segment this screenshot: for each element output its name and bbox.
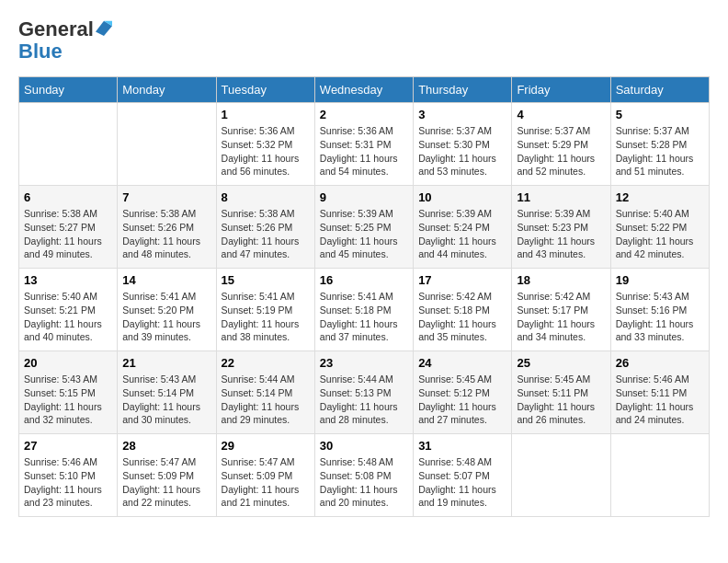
calendar-cell: 26Sunrise: 5:46 AM Sunset: 5:11 PM Dayli… (610, 351, 709, 434)
day-info: Sunrise: 5:46 AM Sunset: 5:11 PM Dayligh… (616, 373, 704, 427)
day-info: Sunrise: 5:45 AM Sunset: 5:12 PM Dayligh… (418, 373, 506, 427)
day-info: Sunrise: 5:38 AM Sunset: 5:26 PM Dayligh… (122, 207, 210, 261)
day-number: 24 (418, 356, 506, 370)
calendar-cell: 2Sunrise: 5:36 AM Sunset: 5:31 PM Daylig… (314, 103, 413, 186)
weekday-header-thursday: Thursday (414, 77, 512, 103)
day-number: 8 (222, 190, 310, 204)
calendar-cell: 29Sunrise: 5:47 AM Sunset: 5:09 PM Dayli… (216, 434, 314, 517)
day-info: Sunrise: 5:38 AM Sunset: 5:26 PM Dayligh… (222, 207, 310, 261)
day-number: 16 (320, 273, 408, 287)
day-number: 21 (122, 356, 210, 370)
calendar-cell: 18Sunrise: 5:42 AM Sunset: 5:17 PM Dayli… (512, 269, 610, 351)
day-number: 6 (24, 190, 112, 204)
calendar-week-1: 6Sunrise: 5:38 AM Sunset: 5:27 PM Daylig… (19, 186, 710, 269)
day-info: Sunrise: 5:40 AM Sunset: 5:22 PM Dayligh… (616, 207, 704, 261)
logo-icon (96, 19, 112, 36)
calendar-cell: 13Sunrise: 5:40 AM Sunset: 5:21 PM Dayli… (19, 269, 118, 351)
day-number: 11 (517, 190, 605, 204)
day-number: 23 (320, 356, 408, 370)
calendar-cell: 17Sunrise: 5:42 AM Sunset: 5:18 PM Dayli… (414, 269, 512, 351)
day-info: Sunrise: 5:41 AM Sunset: 5:20 PM Dayligh… (122, 290, 210, 344)
calendar-cell: 19Sunrise: 5:43 AM Sunset: 5:16 PM Dayli… (610, 269, 709, 351)
day-number: 2 (320, 108, 408, 121)
calendar-cell: 23Sunrise: 5:44 AM Sunset: 5:13 PM Dayli… (314, 351, 413, 434)
calendar-cell: 21Sunrise: 5:43 AM Sunset: 5:14 PM Dayli… (118, 351, 216, 434)
day-number: 12 (616, 190, 704, 204)
page-header: General Blue (18, 18, 710, 63)
day-info: Sunrise: 5:48 AM Sunset: 5:08 PM Dayligh… (320, 455, 408, 510)
day-number: 3 (418, 108, 506, 121)
calendar-cell: 1Sunrise: 5:36 AM Sunset: 5:32 PM Daylig… (216, 103, 314, 186)
day-info: Sunrise: 5:45 AM Sunset: 5:11 PM Dayligh… (517, 373, 605, 427)
day-number: 4 (517, 108, 605, 121)
day-number: 17 (418, 273, 506, 287)
calendar-cell: 24Sunrise: 5:45 AM Sunset: 5:12 PM Dayli… (414, 351, 512, 434)
logo-text-general: General (18, 18, 94, 40)
day-info: Sunrise: 5:39 AM Sunset: 5:25 PM Dayligh… (320, 207, 408, 261)
day-info: Sunrise: 5:38 AM Sunset: 5:27 PM Dayligh… (24, 207, 112, 261)
day-info: Sunrise: 5:43 AM Sunset: 5:14 PM Dayligh… (122, 373, 210, 427)
day-number: 28 (122, 439, 210, 453)
calendar-cell: 9Sunrise: 5:39 AM Sunset: 5:25 PM Daylig… (314, 186, 413, 269)
day-info: Sunrise: 5:37 AM Sunset: 5:28 PM Dayligh… (616, 124, 704, 178)
day-info: Sunrise: 5:39 AM Sunset: 5:23 PM Dayligh… (517, 207, 605, 261)
day-info: Sunrise: 5:48 AM Sunset: 5:07 PM Dayligh… (418, 455, 506, 510)
calendar-header-row: SundayMondayTuesdayWednesdayThursdayFrid… (19, 77, 710, 103)
day-number: 26 (616, 356, 704, 370)
day-info: Sunrise: 5:43 AM Sunset: 5:15 PM Dayligh… (24, 373, 112, 427)
calendar-cell: 8Sunrise: 5:38 AM Sunset: 5:26 PM Daylig… (216, 186, 314, 269)
day-info: Sunrise: 5:40 AM Sunset: 5:21 PM Dayligh… (24, 290, 112, 344)
day-info: Sunrise: 5:47 AM Sunset: 5:09 PM Dayligh… (222, 455, 310, 510)
calendar-cell: 25Sunrise: 5:45 AM Sunset: 5:11 PM Dayli… (512, 351, 610, 434)
calendar-cell: 28Sunrise: 5:47 AM Sunset: 5:09 PM Dayli… (118, 434, 216, 517)
calendar-cell: 22Sunrise: 5:44 AM Sunset: 5:14 PM Dayli… (216, 351, 314, 434)
calendar-cell: 4Sunrise: 5:37 AM Sunset: 5:29 PM Daylig… (512, 103, 610, 186)
day-number: 18 (517, 273, 605, 287)
weekday-header-friday: Friday (512, 77, 610, 103)
calendar-cell: 30Sunrise: 5:48 AM Sunset: 5:08 PM Dayli… (314, 434, 413, 517)
calendar-cell: 3Sunrise: 5:37 AM Sunset: 5:30 PM Daylig… (414, 103, 512, 186)
calendar-week-2: 13Sunrise: 5:40 AM Sunset: 5:21 PM Dayli… (19, 269, 710, 351)
logo-text-blue: Blue (18, 40, 63, 63)
day-number: 31 (418, 439, 506, 453)
day-number: 13 (24, 273, 112, 287)
day-number: 7 (122, 190, 210, 204)
calendar-cell: 11Sunrise: 5:39 AM Sunset: 5:23 PM Dayli… (512, 186, 610, 269)
calendar-cell (19, 103, 118, 186)
calendar-cell: 12Sunrise: 5:40 AM Sunset: 5:22 PM Dayli… (610, 186, 709, 269)
day-info: Sunrise: 5:36 AM Sunset: 5:32 PM Dayligh… (222, 124, 310, 178)
day-info: Sunrise: 5:41 AM Sunset: 5:19 PM Dayligh… (222, 290, 310, 344)
day-number: 19 (616, 273, 704, 287)
calendar-cell: 7Sunrise: 5:38 AM Sunset: 5:26 PM Daylig… (118, 186, 216, 269)
day-number: 15 (222, 273, 310, 287)
calendar-cell: 10Sunrise: 5:39 AM Sunset: 5:24 PM Dayli… (414, 186, 512, 269)
day-number: 22 (222, 356, 310, 370)
calendar-table: SundayMondayTuesdayWednesdayThursdayFrid… (18, 76, 710, 517)
calendar-cell: 14Sunrise: 5:41 AM Sunset: 5:20 PM Dayli… (118, 269, 216, 351)
day-number: 1 (222, 108, 310, 121)
day-info: Sunrise: 5:42 AM Sunset: 5:17 PM Dayligh… (517, 290, 605, 344)
calendar-cell: 16Sunrise: 5:41 AM Sunset: 5:18 PM Dayli… (314, 269, 413, 351)
calendar-cell: 15Sunrise: 5:41 AM Sunset: 5:19 PM Dayli… (216, 269, 314, 351)
weekday-header-sunday: Sunday (19, 77, 118, 103)
day-info: Sunrise: 5:44 AM Sunset: 5:13 PM Dayligh… (320, 373, 408, 427)
day-info: Sunrise: 5:44 AM Sunset: 5:14 PM Dayligh… (222, 373, 310, 427)
weekday-header-monday: Monday (118, 77, 216, 103)
calendar-cell: 20Sunrise: 5:43 AM Sunset: 5:15 PM Dayli… (19, 351, 118, 434)
day-number: 14 (122, 273, 210, 287)
weekday-header-tuesday: Tuesday (216, 77, 314, 103)
day-number: 25 (517, 356, 605, 370)
weekday-header-saturday: Saturday (610, 77, 709, 103)
day-info: Sunrise: 5:37 AM Sunset: 5:29 PM Dayligh… (517, 124, 605, 178)
calendar-cell (610, 434, 709, 517)
day-number: 29 (222, 439, 310, 453)
calendar-cell (512, 434, 610, 517)
day-info: Sunrise: 5:36 AM Sunset: 5:31 PM Dayligh… (320, 124, 408, 178)
day-info: Sunrise: 5:39 AM Sunset: 5:24 PM Dayligh… (418, 207, 506, 261)
logo: General Blue (18, 18, 112, 63)
day-number: 10 (418, 190, 506, 204)
calendar-cell: 6Sunrise: 5:38 AM Sunset: 5:27 PM Daylig… (19, 186, 118, 269)
day-info: Sunrise: 5:41 AM Sunset: 5:18 PM Dayligh… (320, 290, 408, 344)
day-number: 5 (616, 108, 704, 121)
calendar-week-4: 27Sunrise: 5:46 AM Sunset: 5:10 PM Dayli… (19, 434, 710, 517)
